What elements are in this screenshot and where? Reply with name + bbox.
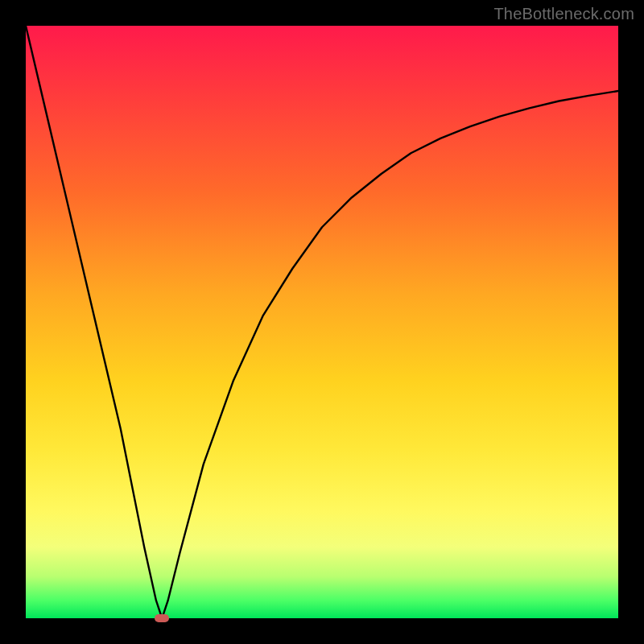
plot-area — [26, 26, 618, 618]
watermark-text: TheBottleneck.com — [493, 5, 634, 23]
min-marker — [155, 614, 169, 622]
chart-stage: TheBottleneck.com — [0, 0, 644, 644]
bottleneck-curve — [26, 26, 618, 618]
